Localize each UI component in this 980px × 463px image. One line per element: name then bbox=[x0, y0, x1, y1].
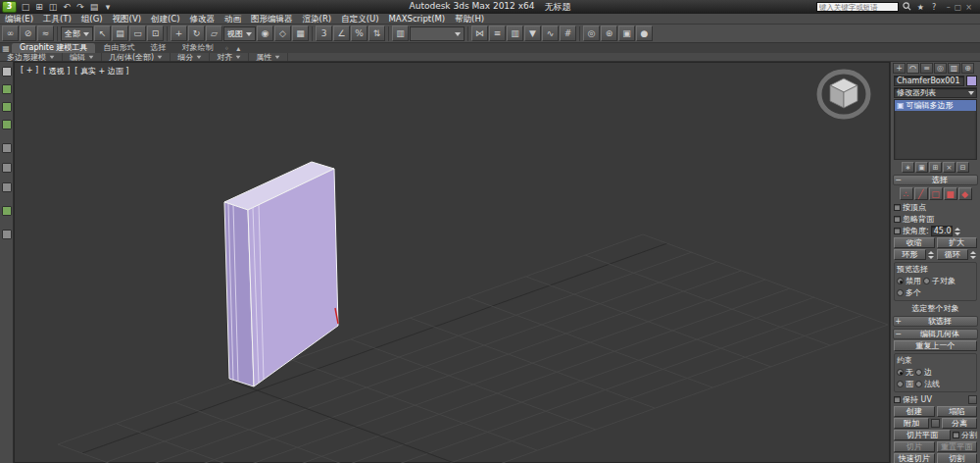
material-editor-icon[interactable]: ◎ bbox=[583, 26, 600, 41]
element-subobject-icon[interactable]: ◆ bbox=[958, 187, 972, 200]
by-vertex-checkbox[interactable] bbox=[894, 204, 901, 211]
chamferbox-object[interactable] bbox=[224, 162, 338, 386]
left-toolbar-icon-7[interactable] bbox=[2, 182, 12, 192]
ribbon-minimize-icon[interactable]: ▴ bbox=[232, 44, 244, 53]
viewport-menu-plus[interactable]: [ + ] bbox=[21, 66, 38, 77]
polygon-subobject-icon[interactable]: ■ bbox=[944, 187, 957, 200]
preserve-uvs-settings-icon[interactable] bbox=[968, 395, 977, 404]
favorites-star-icon[interactable]: ★ bbox=[915, 3, 926, 12]
layer-manager-icon[interactable]: ▥ bbox=[507, 26, 523, 41]
schematic-view-icon[interactable]: # bbox=[560, 26, 576, 41]
modifier-stack[interactable]: ▣ 可编辑多边形 bbox=[894, 99, 977, 160]
menu-maxscript[interactable]: MAXScript(M) bbox=[384, 14, 451, 25]
edit-named-selection-sets-icon[interactable]: ▥ bbox=[392, 26, 409, 41]
help-icon[interactable]: ? bbox=[929, 3, 940, 12]
selection-filter-dropdown[interactable]: 全部 bbox=[61, 26, 93, 41]
left-toolbar-icon-3[interactable] bbox=[2, 102, 12, 112]
reset-plane-button[interactable]: 重置平面 bbox=[937, 441, 978, 452]
menu-animation[interactable]: 动画 bbox=[220, 14, 246, 25]
viewcube-cube[interactable] bbox=[830, 78, 858, 108]
ring-spinner[interactable] bbox=[928, 250, 935, 260]
menu-modifiers[interactable]: 修改器 bbox=[185, 14, 220, 25]
create-button[interactable]: 创建 bbox=[894, 406, 935, 417]
object-color-swatch[interactable] bbox=[966, 76, 977, 86]
slice-button[interactable]: 切片 bbox=[894, 441, 935, 452]
detach-button[interactable]: 分离 bbox=[942, 418, 977, 429]
use-pivot-center-icon[interactable]: ◉ bbox=[257, 26, 273, 41]
rollout-soft-selection-header[interactable]: + 软选择 bbox=[893, 316, 978, 327]
search-icon[interactable] bbox=[902, 2, 912, 13]
infocenter-search-input[interactable] bbox=[816, 2, 899, 12]
grow-button[interactable]: 扩大 bbox=[937, 237, 978, 248]
panel-geometry-all[interactable]: 几何体(全部) bbox=[102, 53, 171, 61]
render-setup-icon[interactable]: ⊛ bbox=[601, 26, 617, 41]
constraint-face-radio[interactable] bbox=[897, 381, 904, 387]
spinner-snap-icon[interactable]: ⇅ bbox=[368, 26, 385, 41]
split-checkbox[interactable] bbox=[953, 432, 959, 438]
tab-freeform[interactable]: 自由形式 bbox=[95, 43, 142, 53]
redo-icon[interactable]: ↷ bbox=[74, 2, 86, 12]
select-and-link-icon[interactable]: ∞ bbox=[2, 26, 19, 41]
select-by-name-icon[interactable]: ▤ bbox=[112, 26, 128, 41]
modify-tab-icon[interactable]: ◠ bbox=[906, 63, 919, 74]
menu-group[interactable]: 组(G) bbox=[76, 14, 108, 25]
tab-object-paint[interactable]: 对象绘制 bbox=[173, 43, 220, 53]
shrink-button[interactable]: 收缩 bbox=[894, 237, 935, 248]
stack-item-editable-poly[interactable]: ▣ 可编辑多边形 bbox=[895, 100, 976, 111]
graphite-ribbon-toggle-icon[interactable]: ▼ bbox=[524, 26, 541, 41]
show-end-result-icon[interactable]: ▣ bbox=[915, 162, 928, 173]
rendered-frame-window-icon[interactable]: ▣ bbox=[618, 26, 635, 41]
configure-modifier-sets-icon[interactable]: ⊟ bbox=[956, 162, 969, 173]
keyboard-shortcut-override-icon[interactable]: ▦ bbox=[292, 26, 309, 41]
left-toolbar-icon-6[interactable] bbox=[2, 163, 12, 173]
modifier-list-dropdown[interactable]: 修改器列表 bbox=[894, 87, 977, 98]
angle-value-field[interactable]: 45.0 bbox=[931, 226, 953, 236]
left-toolbar-icon-5[interactable] bbox=[2, 143, 12, 153]
angle-spinner[interactable] bbox=[955, 227, 961, 236]
unlink-selection-icon[interactable]: ⊘ bbox=[20, 26, 36, 41]
ribbon-launcher-icon[interactable]: ▦ bbox=[0, 44, 12, 53]
rollout-selection-header[interactable]: − 选择 bbox=[893, 175, 978, 185]
tab-selection[interactable]: 选择 bbox=[142, 43, 173, 53]
named-selection-sets-dropdown[interactable] bbox=[410, 26, 465, 41]
hierarchy-tab-icon[interactable]: ≡ bbox=[920, 63, 933, 74]
select-and-scale-icon[interactable]: ▱ bbox=[206, 26, 222, 41]
maximize-icon[interactable]: ▢ bbox=[955, 3, 962, 12]
mirror-icon[interactable]: ⋈ bbox=[471, 26, 488, 41]
left-toolbar-icon-8[interactable] bbox=[2, 206, 12, 216]
align-icon[interactable]: ≡ bbox=[489, 26, 506, 41]
close-icon[interactable]: × bbox=[965, 3, 972, 12]
select-and-rotate-icon[interactable]: ↻ bbox=[188, 26, 205, 41]
window-crossing-icon[interactable]: ⊡ bbox=[147, 26, 164, 41]
menu-customize[interactable]: 自定义(U) bbox=[336, 14, 383, 25]
preserve-uvs-checkbox[interactable] bbox=[894, 396, 901, 403]
angle-snap-icon[interactable]: ∠ bbox=[333, 26, 350, 41]
vertex-subobject-icon[interactable]: ∴ bbox=[900, 187, 913, 200]
menu-graph-editors[interactable]: 图形编辑器 bbox=[246, 14, 298, 25]
preview-multi-radio[interactable] bbox=[897, 289, 904, 296]
attach-button[interactable]: 附加 bbox=[894, 418, 929, 429]
snap-toggle-3d-icon[interactable]: 3 bbox=[316, 26, 332, 41]
project-folder-icon[interactable]: ▤ bbox=[88, 2, 100, 12]
menu-rendering[interactable]: 渲染(R) bbox=[298, 14, 337, 25]
utilities-tab-icon[interactable]: ⊕ bbox=[961, 63, 974, 74]
bind-to-space-warp-icon[interactable]: ≈ bbox=[37, 26, 54, 41]
constraint-normal-radio[interactable] bbox=[915, 381, 922, 387]
ignore-backfacing-checkbox[interactable] bbox=[894, 216, 901, 223]
minimize-icon[interactable]: – bbox=[947, 3, 951, 12]
edge-subobject-icon[interactable]: ╱ bbox=[914, 187, 928, 200]
pin-stack-icon[interactable]: ∗ bbox=[902, 162, 914, 173]
display-tab-icon[interactable]: ▥ bbox=[948, 63, 960, 74]
object-name-field[interactable]: ChamferBox001 bbox=[894, 76, 964, 86]
tab-graphite-modeling[interactable]: Graphite 建模工具 bbox=[12, 43, 95, 53]
preview-off-radio[interactable] bbox=[897, 278, 904, 284]
render-production-icon[interactable]: ● bbox=[636, 26, 653, 41]
select-and-manipulate-icon[interactable]: ◇ bbox=[274, 26, 291, 41]
repeat-last-button[interactable]: 重复上一个 bbox=[894, 340, 977, 351]
loop-button[interactable]: 循环 bbox=[937, 249, 969, 260]
menu-edit[interactable]: 编辑(E) bbox=[0, 14, 38, 25]
new-scene-icon[interactable]: □ bbox=[20, 2, 31, 12]
ring-button[interactable]: 环形 bbox=[894, 249, 926, 260]
attach-settings-icon[interactable] bbox=[931, 419, 940, 428]
preview-subobj-radio[interactable] bbox=[923, 278, 930, 284]
